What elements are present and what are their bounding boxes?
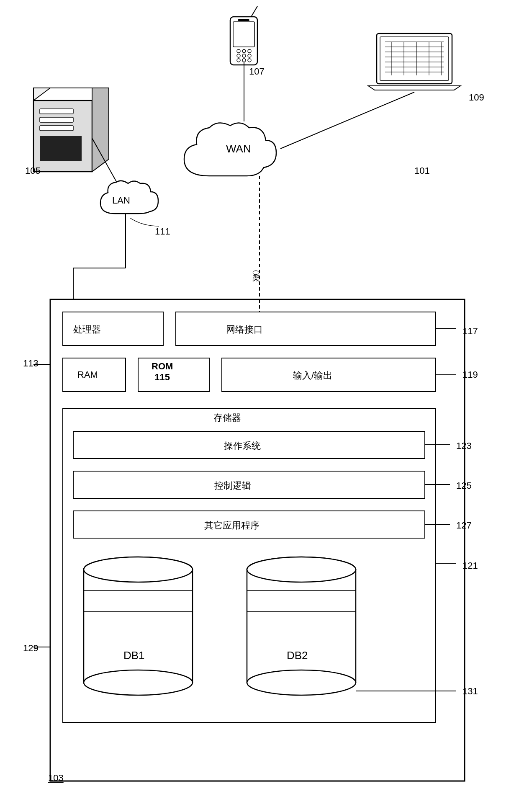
ref-123: 123 bbox=[456, 441, 472, 451]
svg-rect-33 bbox=[40, 136, 82, 161]
wan-label: WAN bbox=[226, 142, 251, 155]
svg-rect-13 bbox=[377, 34, 452, 84]
ref-127: 127 bbox=[456, 520, 472, 531]
diagram-container: WAN LAN 101 107 109 105 111 （架） 处理器 网络接口… bbox=[0, 0, 519, 812]
svg-rect-12 bbox=[238, 19, 249, 21]
svg-point-6 bbox=[242, 54, 246, 57]
ref-119: 119 bbox=[462, 369, 478, 380]
other-apps-label: 其它应用程序 bbox=[204, 519, 260, 532]
svg-point-3 bbox=[242, 49, 246, 53]
ref-129: 129 bbox=[23, 643, 39, 654]
storage-label: 存储器 bbox=[213, 412, 241, 424]
server-icon bbox=[33, 88, 109, 172]
svg-rect-45 bbox=[138, 358, 209, 392]
svg-line-35 bbox=[280, 92, 414, 149]
svg-line-11 bbox=[251, 6, 257, 17]
svg-point-10 bbox=[248, 59, 251, 62]
db1-cylinder bbox=[84, 557, 193, 695]
svg-marker-29 bbox=[92, 88, 109, 172]
svg-point-7 bbox=[248, 54, 251, 57]
db2-cylinder bbox=[247, 557, 356, 695]
network-interface-label: 网络接口 bbox=[226, 323, 263, 336]
ref-113: 113 bbox=[23, 358, 39, 369]
control-logic-label: 控制逻辑 bbox=[214, 479, 251, 492]
ref-121: 121 bbox=[462, 560, 478, 571]
io-label: 输入/输出 bbox=[293, 369, 332, 382]
ref-125: 125 bbox=[456, 480, 472, 491]
svg-rect-14 bbox=[380, 37, 449, 80]
svg-rect-58 bbox=[247, 570, 356, 683]
svg-rect-43 bbox=[176, 312, 435, 345]
ref-103: 103 bbox=[48, 773, 64, 784]
ref-107: 107 bbox=[249, 66, 265, 77]
ref-131: 131 bbox=[462, 686, 478, 697]
svg-rect-1 bbox=[233, 22, 254, 47]
ref-111: 111 bbox=[155, 226, 170, 237]
laptop-icon bbox=[368, 34, 460, 90]
svg-point-9 bbox=[242, 59, 246, 62]
svg-point-54 bbox=[84, 557, 193, 582]
db1-label: DB1 bbox=[123, 649, 145, 662]
ref-101: 101 bbox=[414, 165, 430, 176]
svg-point-4 bbox=[248, 49, 251, 53]
processor-label: 处理器 bbox=[73, 323, 101, 336]
svg-point-53 bbox=[84, 670, 193, 695]
lan-label: LAN bbox=[112, 195, 130, 206]
svg-point-5 bbox=[237, 54, 240, 57]
svg-rect-0 bbox=[230, 17, 257, 65]
ref-109: 109 bbox=[469, 92, 484, 103]
mobile-phone-icon bbox=[230, 6, 257, 65]
rom-label: ROM 115 bbox=[152, 361, 173, 383]
ram-label: RAM bbox=[77, 369, 98, 380]
ref-117: 117 bbox=[462, 326, 478, 337]
diagram-svg bbox=[0, 0, 519, 812]
svg-point-2 bbox=[237, 49, 240, 53]
svg-point-60 bbox=[247, 557, 356, 582]
svg-rect-30 bbox=[40, 109, 73, 114]
svg-point-59 bbox=[247, 670, 356, 695]
ref-105: 105 bbox=[25, 165, 41, 176]
svg-rect-32 bbox=[40, 126, 73, 131]
os-label: 操作系统 bbox=[224, 440, 261, 452]
svg-rect-31 bbox=[40, 117, 73, 122]
db2-label: DB2 bbox=[287, 649, 308, 662]
svg-point-8 bbox=[237, 59, 240, 62]
svg-rect-52 bbox=[84, 570, 193, 683]
